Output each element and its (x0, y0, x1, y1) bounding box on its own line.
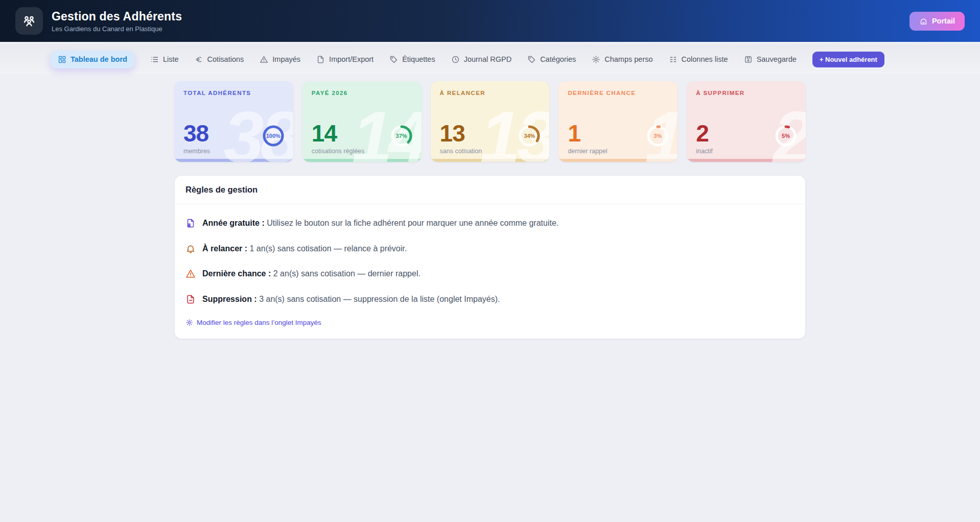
main-content: TOTAL ADHÉRENTS 38 38 membres 100% PAYÉ … (174, 81, 806, 339)
stat-label: cotisations réglées (312, 148, 412, 155)
progress-ring: 100% (261, 123, 286, 149)
rule-label: À relancer : (202, 244, 247, 253)
rule-label: Dernière chance : (202, 269, 271, 278)
new-member-button[interactable]: + Nouvel adhérent (812, 52, 884, 67)
rules-panel-title: Règles de gestion (175, 176, 805, 204)
progress-percent: 34% (517, 123, 542, 149)
stat-paye-2026: PAYÉ 2026 14 14 cotisations réglées 37% (302, 81, 422, 162)
tab-liste[interactable]: Liste (150, 55, 179, 64)
edit-rules-link-label: Modifier les règles dans l’onglet Impayé… (197, 319, 321, 326)
nav-tab-label: Impayés (272, 55, 300, 63)
nav-tab-label: Tableau de bord (71, 55, 127, 63)
tab-tableau-de-bord[interactable]: Tableau de bord (51, 51, 134, 68)
nav-tab-label: Import/Export (329, 55, 374, 63)
stat-total-adherents: TOTAL ADHÉRENTS 38 38 membres 100% (174, 81, 293, 162)
gear-icon (185, 319, 193, 326)
page-subtitle: Les Gardiens du Canard en Plastique (52, 25, 182, 33)
rule-description: 2 an(s) sans cotisation — dernier rappel… (273, 269, 421, 278)
main-nav: Tableau de bord Liste Cotisations Impayé… (0, 44, 980, 74)
portal-icon (919, 17, 928, 26)
nav-tab-label: Liste (163, 55, 179, 63)
tab-categories[interactable]: Catégories (527, 55, 576, 64)
tab-cotisations[interactable]: Cotisations (195, 55, 244, 64)
tab-sauvegarde[interactable]: Sauvegarde (744, 55, 797, 64)
stat-label: sans cotisation (440, 148, 541, 155)
tab-champs-perso[interactable]: Champs perso (592, 55, 652, 64)
progress-percent: 37% (389, 123, 414, 149)
tag-icon (527, 55, 536, 64)
title-block: Gestion des Adhérents Les Gardiens du Ca… (52, 10, 182, 33)
rules-panel: Règles de gestion Année gratuite : Utili… (174, 175, 806, 339)
euro-icon (195, 55, 203, 64)
history-icon (451, 55, 460, 64)
edit-rules-link[interactable]: Modifier les règles dans l’onglet Impayé… (185, 319, 321, 326)
nav-tab-label: Catégories (540, 55, 576, 63)
stat-a-supprimer: À SUPPRIMER 2 2 inactif 5% (687, 81, 806, 162)
save-icon (744, 55, 753, 64)
file-minus-icon (185, 294, 196, 304)
tab-etiquettes[interactable]: Étiquettes (389, 55, 435, 64)
tab-journal-rgpd[interactable]: Journal RGPD (451, 55, 511, 64)
nav-tabs: Tableau de bord Liste Cotisations Impayé… (51, 44, 929, 74)
progress-percent: 100% (261, 123, 286, 149)
stat-label: dernier rappel (568, 148, 668, 155)
rule-row: À relancer : 1 an(s) sans cotisation — r… (185, 243, 795, 254)
file-icon (316, 55, 325, 64)
nav-tab-label: Colonnes liste (682, 55, 728, 63)
rules-list: Année gratuite : Utilisez le bouton sur … (175, 204, 805, 339)
rule-row: Année gratuite : Utilisez le bouton sur … (185, 218, 795, 229)
stat-derniere-chance: DERNIÈRE CHANCE 1 1 dernier rappel 3% (558, 81, 678, 162)
tab-import-export[interactable]: Import/Export (316, 55, 374, 64)
nav-tab-label: Champs perso (604, 55, 652, 63)
tag-icon (389, 55, 398, 64)
tab-impayes[interactable]: Impayés (260, 55, 300, 64)
rule-description: Utilisez le bouton sur la fiche adhérent… (267, 219, 558, 227)
warning-icon (260, 55, 268, 64)
rule-row: Dernière chance : 2 an(s) sans cotisatio… (185, 268, 795, 279)
progress-ring: 5% (773, 123, 799, 149)
gear-icon (592, 55, 600, 64)
nav-tab-label: Sauvegarde (757, 55, 797, 63)
portal-button[interactable]: Portail (909, 12, 965, 31)
rule-label: Suppression : (202, 295, 257, 303)
stat-card-title: TOTAL ADHÉRENTS (183, 90, 284, 96)
stats-row: TOTAL ADHÉRENTS 38 38 membres 100% PAYÉ … (174, 81, 806, 162)
app-logo (15, 7, 43, 35)
stat-label: inactif (696, 148, 797, 155)
warning-triangle-icon (185, 269, 196, 279)
certificate-icon (185, 218, 196, 228)
nav-tab-label: Journal RGPD (464, 55, 511, 63)
rule-description: 3 an(s) sans cotisation — suppression de… (259, 295, 500, 303)
columns-icon (669, 55, 678, 64)
stat-card-title: PAYÉ 2026 (312, 90, 412, 96)
progress-ring: 3% (645, 123, 670, 149)
nav-tab-label: Cotisations (207, 55, 244, 63)
stat-a-relancer: À RELANCER 13 13 sans cotisation 34% (431, 81, 550, 162)
stat-card-title: DERNIÈRE CHANCE (568, 90, 668, 96)
rule-row: Suppression : 3 an(s) sans cotisation — … (185, 294, 795, 305)
stat-label: membres (183, 148, 284, 155)
stat-card-title: À RELANCER (440, 90, 541, 96)
dashboard-icon (58, 55, 66, 64)
progress-ring: 37% (389, 123, 414, 149)
stat-card-title: À SUPPRIMER (696, 90, 797, 96)
bell-icon (185, 244, 196, 254)
progress-percent: 3% (645, 123, 670, 149)
page-title: Gestion des Adhérents (52, 10, 182, 23)
nav-tab-label: Étiquettes (402, 55, 435, 63)
rule-description: 1 an(s) sans cotisation — relance à prév… (250, 244, 407, 253)
list-icon (150, 55, 159, 64)
app-header: Gestion des Adhérents Les Gardiens du Ca… (0, 0, 980, 42)
rule-label: Année gratuite : (202, 219, 265, 227)
tab-colonnes-liste[interactable]: Colonnes liste (669, 55, 728, 64)
people-icon (21, 13, 37, 29)
progress-percent: 5% (773, 123, 799, 149)
progress-ring: 34% (517, 123, 542, 149)
portal-button-label: Portail (932, 17, 955, 25)
